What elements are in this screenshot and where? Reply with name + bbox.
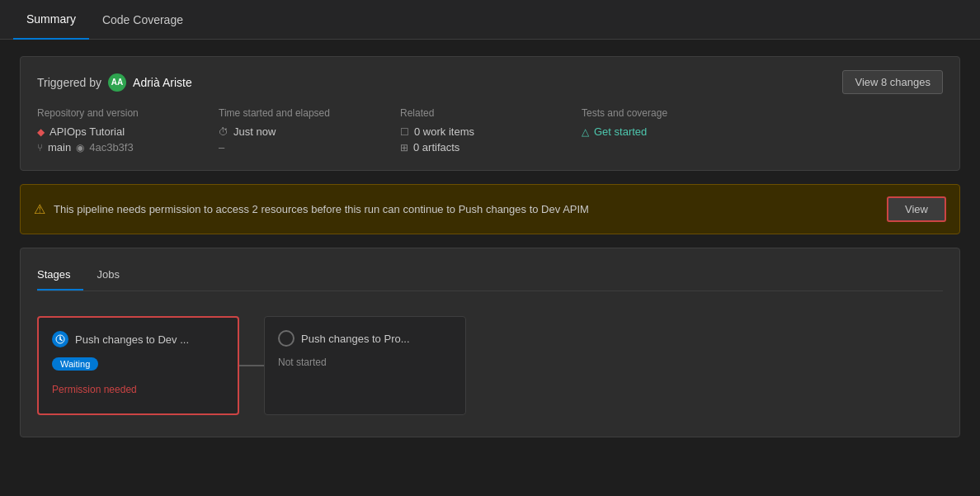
- warning-banner: ⚠ This pipeline needs permission to acce…: [20, 184, 960, 234]
- stage-dev-name: Push changes to Dev ...: [75, 333, 189, 346]
- warning-content: ⚠ This pipeline needs permission to acce…: [34, 201, 589, 217]
- main-content: Triggered by AA Adrià Ariste View 8 chan…: [0, 40, 980, 454]
- get-started-link[interactable]: △ Get started: [582, 125, 926, 138]
- svg-line-2: [60, 339, 62, 341]
- tab-summary[interactable]: Summary: [13, 0, 89, 40]
- waiting-badge: Waiting: [52, 357, 98, 371]
- permission-needed-text: Permission needed: [52, 384, 224, 395]
- not-started-icon: [278, 330, 294, 347]
- waiting-icon: [52, 331, 68, 347]
- repo-section: Repository and version ◆ APIOps Tutorial…: [37, 107, 219, 157]
- repo-icon: ◆: [37, 126, 45, 138]
- get-started-anchor[interactable]: Get started: [594, 125, 647, 138]
- commit-hash: 4ac3b3f3: [89, 141, 134, 154]
- artifacts: ⊞ 0 artifacts: [400, 141, 565, 154]
- test-icon: △: [582, 126, 589, 138]
- tab-code-coverage[interactable]: Code Coverage: [89, 0, 196, 40]
- stage-card-dev[interactable]: Push changes to Dev ... Waiting Permissi…: [37, 316, 239, 415]
- stage-pro-header: Push changes to Pro...: [278, 330, 452, 347]
- tab-jobs[interactable]: Jobs: [83, 262, 132, 291]
- view-changes-button[interactable]: View 8 changes: [842, 70, 943, 94]
- commit-icon: ◉: [76, 142, 84, 154]
- stages-section: Stages Jobs Push changes to Dev ..: [20, 248, 960, 437]
- triggered-section: Triggered by AA Adrià Ariste View 8 chan…: [20, 56, 960, 171]
- warning-icon: ⚠: [34, 201, 45, 217]
- branch-icon: ⑂: [37, 142, 43, 154]
- tests-label: Tests and coverage: [582, 107, 926, 119]
- time-section: Time started and elapsed ⏱ Just now –: [219, 107, 400, 157]
- stages-tabs: Stages Jobs: [37, 262, 943, 291]
- user-name: Adrià Ariste: [133, 76, 192, 89]
- tab-bar: Summary Code Coverage: [0, 0, 980, 40]
- avatar: AA: [108, 73, 126, 92]
- repo-label: Repository and version: [37, 107, 202, 119]
- branch-commit: ⑂ main ◉ 4ac3b3f3: [37, 141, 202, 154]
- related-label: Related: [400, 107, 565, 119]
- triggered-header: Triggered by AA Adrià Ariste View 8 chan…: [37, 70, 943, 94]
- info-grid: Repository and version ◆ APIOps Tutorial…: [37, 107, 943, 157]
- triggered-by: Triggered by AA Adrià Ariste: [37, 73, 192, 92]
- related-section: Related ☐ 0 work items ⊞ 0 artifacts: [400, 107, 582, 157]
- stage-dev-header: Push changes to Dev ...: [52, 331, 224, 347]
- not-started-text: Not started: [278, 357, 452, 368]
- stage-card-pro[interactable]: Push changes to Pro... Not started: [264, 316, 466, 415]
- work-items: ☐ 0 work items: [400, 125, 565, 138]
- warning-view-button[interactable]: View: [887, 196, 946, 222]
- stage-cards: Push changes to Dev ... Waiting Permissi…: [37, 308, 943, 423]
- repo-name: ◆ APIOps Tutorial: [37, 125, 202, 138]
- clock-icon: ⏱: [219, 126, 229, 138]
- stage-connector: [239, 365, 264, 366]
- time-label: Time started and elapsed: [219, 107, 384, 119]
- stage-pro-name: Push changes to Pro...: [301, 333, 410, 345]
- artifacts-icon: ⊞: [400, 142, 408, 154]
- time-value: ⏱ Just now: [219, 125, 384, 138]
- tests-section: Tests and coverage △ Get started: [582, 107, 943, 157]
- time-elapsed: –: [219, 141, 384, 154]
- work-items-icon: ☐: [400, 126, 409, 138]
- tab-stages[interactable]: Stages: [37, 262, 83, 291]
- warning-text: This pipeline needs permission to access…: [54, 203, 589, 215]
